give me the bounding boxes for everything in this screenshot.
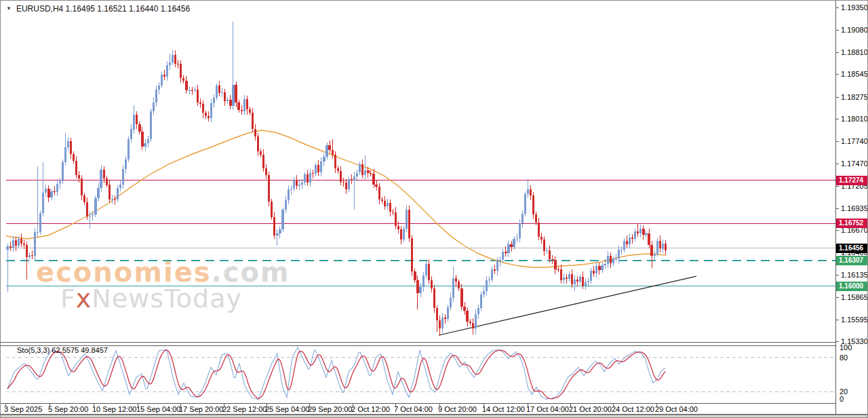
time-axis-label: 9 Oct 20:00 bbox=[438, 405, 477, 414]
chart-canvas[interactable]: economies.com FxNewsToday bbox=[1, 1, 868, 418]
time-axis-label: 29 Sep 20:00 bbox=[308, 405, 352, 414]
indicator-label: Sto(5,3,3) 62.5575 49.8457 bbox=[17, 346, 108, 354]
time-axis-label: 25 Sep 04:00 bbox=[265, 405, 309, 414]
time-axis-label: 24 Oct 12:00 bbox=[612, 405, 654, 414]
chart-title-text: EURUSD,H4 1.16495 1.16521 1.16440 1.1645… bbox=[16, 4, 190, 14]
price-level-badge-support: 1.16000 bbox=[836, 282, 868, 291]
moving-average-line[interactable] bbox=[6, 130, 665, 267]
pane-borders bbox=[1, 1, 868, 415]
price-axis-label: 1.16135 bbox=[841, 271, 868, 280]
svg-text:FxNewsToday: FxNewsToday bbox=[60, 284, 242, 314]
time-axis-label: 29 Oct 04:00 bbox=[655, 405, 698, 414]
time-axis-label: 22 Sep 12:00 bbox=[222, 405, 267, 414]
time-axis-label: 7 Oct 04:00 bbox=[394, 405, 433, 414]
time-axis-label: 17 Oct 04:00 bbox=[526, 405, 569, 414]
time-axis-label: 3 Sep 2025 bbox=[4, 405, 42, 414]
ascending-trendline[interactable] bbox=[439, 276, 696, 335]
price-axis-label: 1.16935 bbox=[841, 204, 868, 213]
price-axis-label: 1.15595 bbox=[841, 316, 868, 324]
price-axis-label: 1.18810 bbox=[841, 48, 868, 57]
price-axis-label: 1.17470 bbox=[841, 159, 868, 168]
time-axis-label: 2 Oct 12:00 bbox=[351, 405, 390, 414]
sto-axis-label: 100 bbox=[840, 343, 852, 352]
price-level-badge-current: 1.16456 bbox=[836, 244, 868, 253]
window-bottom-strip bbox=[1, 415, 868, 418]
price-axis-label: 1.18275 bbox=[841, 93, 868, 102]
watermark: economies.com FxNewsToday bbox=[36, 256, 290, 314]
mt4-chart-window: economies.com FxNewsToday 1.193501.19080… bbox=[0, 0, 868, 418]
price-level-badge-resistance: 1.17274 bbox=[836, 176, 868, 185]
price-axis-label: 1.18010 bbox=[841, 115, 868, 124]
time-axis-label: 5 Sep 20:00 bbox=[48, 405, 88, 414]
sto-axis-label: 80 bbox=[840, 354, 848, 362]
chart-title: ▼EURUSD,H4 1.16495 1.16521 1.16440 1.164… bbox=[6, 4, 190, 14]
price-axis-label: 1.19350 bbox=[841, 3, 868, 12]
time-axis-label: 15 Sep 04:00 bbox=[136, 405, 180, 414]
price-axis-label: 1.19080 bbox=[841, 26, 868, 35]
price-level-badge-support: 1.16307 bbox=[836, 256, 868, 265]
time-axis[interactable]: 3 Sep 20255 Sep 20:0010 Sep 12:0015 Sep … bbox=[1, 404, 836, 415]
price-level-badge-resistance: 1.16752 bbox=[836, 218, 868, 228]
stochastic-pane[interactable] bbox=[6, 347, 835, 400]
time-axis-label: 21 Oct 20:00 bbox=[569, 405, 612, 414]
time-axis-label: 14 Oct 12:00 bbox=[482, 405, 525, 414]
price-axis-label: 1.17740 bbox=[841, 137, 868, 146]
price-axis-label: 1.18545 bbox=[841, 70, 868, 79]
price-axis[interactable]: 1.193501.190801.188101.185451.182751.180… bbox=[836, 1, 868, 415]
price-axis-label: 1.15865 bbox=[841, 293, 868, 302]
time-axis-label: 17 Sep 20:00 bbox=[179, 405, 223, 414]
collapse-chevron-icon[interactable]: ▼ bbox=[6, 5, 12, 12]
sto-axis-label: 0 bbox=[840, 395, 844, 404]
time-axis-label: 10 Sep 12:00 bbox=[92, 405, 136, 414]
